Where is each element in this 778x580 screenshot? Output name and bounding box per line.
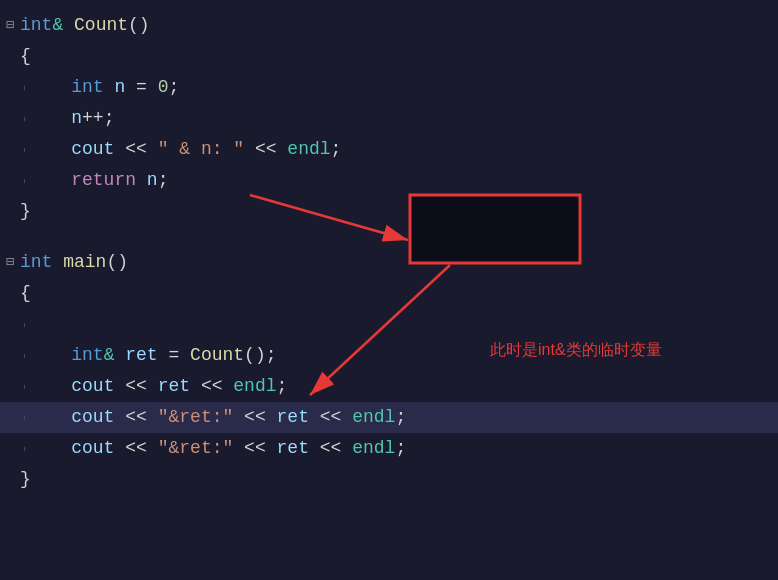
code-int-n: int n = 0;	[28, 74, 778, 101]
code-empty	[28, 311, 778, 338]
code-return: return n;	[28, 167, 778, 194]
close-brace-2: }	[20, 466, 778, 493]
fold-space-9	[0, 345, 20, 366]
line-cout-ret-addr1: cout << "&ret:" << ret << endl;	[0, 402, 778, 433]
line-empty	[0, 309, 778, 340]
fold-space-5	[0, 170, 20, 191]
code-ret-decl: int& ret = Count();	[28, 342, 778, 369]
code-cout-ret-addr1: cout << "&ret:" << ret << endl;	[28, 404, 778, 431]
fold-space-3	[0, 108, 20, 129]
fold-space-7	[0, 283, 20, 304]
fold-space-1	[0, 46, 20, 67]
code-cout-n: cout << " & n: " << endl;	[28, 136, 778, 163]
line-count-signature: ⊟ int& Count()	[0, 10, 778, 41]
code-cout-ret: cout << ret << endl;	[28, 373, 778, 400]
code-editor: ⊟ int& Count() { int n = 0; n++; cout <<…	[0, 0, 778, 580]
fold-space-2	[0, 77, 20, 98]
line-npp: n++;	[0, 103, 778, 134]
fold-space-8	[0, 314, 20, 335]
code-cout-ret-addr2: cout << "&ret:" << ret << endl;	[28, 435, 778, 462]
annotation-text: 此时是int&类的临时变量	[490, 340, 662, 361]
section-gap	[0, 227, 778, 247]
fold-icon-1[interactable]: ⊟	[0, 15, 20, 36]
main-signature: int main()	[20, 249, 778, 276]
fold-space-11	[0, 407, 20, 428]
close-brace-1: }	[20, 198, 778, 225]
fold-space-13	[0, 469, 20, 490]
line-close-brace-2: }	[0, 464, 778, 495]
fold-space-6	[0, 201, 20, 222]
fold-icon-2[interactable]: ⊟	[0, 252, 20, 273]
line-open-brace-2: {	[0, 278, 778, 309]
line-close-brace-1: }	[0, 196, 778, 227]
line-return: return n;	[0, 165, 778, 196]
fold-space-12	[0, 438, 20, 459]
line-cout-n: cout << " & n: " << endl;	[0, 134, 778, 165]
line-open-brace-1: {	[0, 41, 778, 72]
count-signature: int& Count()	[20, 12, 778, 39]
line-int-n: int n = 0;	[0, 72, 778, 103]
fold-space-10	[0, 376, 20, 397]
code-npp: n++;	[28, 105, 778, 132]
fold-space-4	[0, 139, 20, 160]
open-brace-2: {	[20, 280, 778, 307]
line-cout-ret: cout << ret << endl;	[0, 371, 778, 402]
line-cout-ret-addr2: cout << "&ret:" << ret << endl;	[0, 433, 778, 464]
open-brace-1: {	[20, 43, 778, 70]
line-main-signature: ⊟ int main()	[0, 247, 778, 278]
